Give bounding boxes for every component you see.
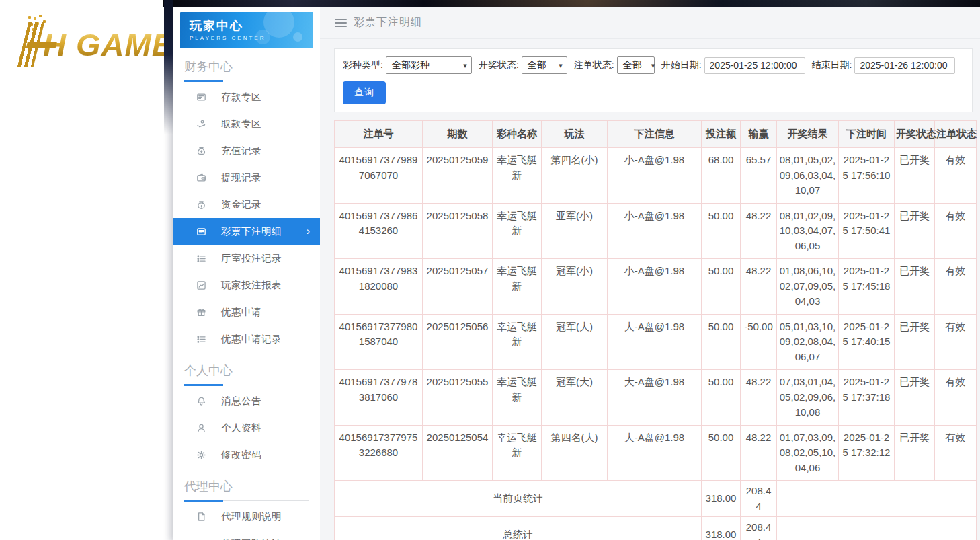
table-cell: 01,07,03,09,08,02,05,10,04,06 <box>777 425 839 481</box>
column-header: 玩法 <box>542 121 608 148</box>
page-title: 彩票下注明细 <box>354 15 422 30</box>
sidebar-item-funds-records[interactable]: 资金记录 <box>173 191 320 218</box>
sidebar-section-label: 代理中心 <box>173 468 320 494</box>
table-cell: 冠军(大) <box>542 370 608 426</box>
table-cell: 08,01,05,02,09,06,03,04,10,07 <box>777 148 839 204</box>
table-cell: 08,01,02,09,10,03,04,07,06,05 <box>777 203 839 259</box>
sidebar-section: 代理中心代理规则说明代理团队统计 <box>173 468 320 540</box>
sidebar-item-player-bet-report[interactable]: 玩家投注报表 <box>173 272 320 299</box>
table-cell: 幸运飞艇新 <box>493 148 542 204</box>
end-date-label: 结束日期: <box>812 59 852 71</box>
sidebar-item-lottery-bet-details[interactable]: 彩票下注明细› <box>173 218 320 245</box>
summary-label: 当前页统计 <box>335 481 702 517</box>
sidebar-item-label: 彩票下注明细 <box>221 225 282 238</box>
table-cell: 401569173779897067070 <box>335 148 423 204</box>
table-cell: 幸运飞艇新 <box>493 259 542 315</box>
deposit-card-icon <box>196 92 207 102</box>
sidebar-item-recharge-records[interactable]: 充值记录 <box>173 137 320 164</box>
sidebar-item-promo-apply[interactable]: 优惠申请 <box>173 299 320 325</box>
table-cell: 小-A盘@1.98 <box>608 259 702 315</box>
sidebar-item-change-password[interactable]: 修改密码 <box>173 441 320 468</box>
query-button[interactable]: 查询 <box>343 81 386 104</box>
draw-status-select[interactable]: 全部 ▾ <box>522 56 567 74</box>
column-header: 注单号 <box>335 121 423 148</box>
sidebar-item-profile[interactable]: 个人资料 <box>173 414 320 441</box>
table-cell: 401569173779783817060 <box>335 370 423 426</box>
table-row: 40156917377975322668020250125054幸运飞艇新第四名… <box>335 425 977 481</box>
end-date-input[interactable] <box>854 57 955 74</box>
sidebar-item-label: 取款专区 <box>221 118 261 130</box>
sidebar-item-notice[interactable]: 消息公告 <box>173 387 320 414</box>
lottery-type-select[interactable]: 全部彩种 ▾ <box>386 56 472 74</box>
table-cell: 2025-01-25 17:40:15 <box>839 314 895 370</box>
table-cell: 大-A盘@1.98 <box>608 314 702 370</box>
sidebar-item-agent-rules[interactable]: 代理规则说明 <box>173 503 320 530</box>
sidebar-item-promo-apply-records[interactable]: 优惠申请记录 <box>173 325 320 352</box>
sidebar-item-withdraw-zone[interactable]: 取款专区 <box>173 110 320 137</box>
gift-icon <box>196 307 207 317</box>
column-header: 彩种名称 <box>493 121 542 148</box>
withdraw-hand-icon <box>196 119 207 129</box>
document-icon <box>196 512 207 522</box>
sidebar-item-label: 存款专区 <box>221 91 261 104</box>
lottery-type-label: 彩种类型: <box>343 59 383 71</box>
table-cell: 65.57 <box>741 148 777 204</box>
chevron-down-icon: ▾ <box>559 61 563 70</box>
summary-winloss-total: 208.44 <box>741 517 777 540</box>
sidebar-item-label: 代理团队统计 <box>221 537 282 540</box>
table-cell: 20250125057 <box>423 259 493 315</box>
table-cell: 已开奖 <box>895 203 935 259</box>
banner-left-edge <box>164 0 173 134</box>
table-cell: 大-A盘@1.98 <box>608 370 702 426</box>
sidebar-nav: 财务中心存款专区取款专区充值记录提现记录资金记录彩票下注明细›厅室投注记录玩家投… <box>173 48 320 540</box>
table-cell: 第四名(大) <box>542 425 608 481</box>
sidebar-item-hall-bet-records[interactable]: 厅室投注记录 <box>173 245 320 272</box>
sidebar-item-agent-team-stats[interactable]: 代理团队统计 <box>173 530 320 540</box>
wallet-icon <box>196 173 207 183</box>
menu-icon[interactable] <box>335 19 347 27</box>
table-header-row: 注单号期数彩种名称玩法下注信息投注额输赢开奖结果下注时间开奖状态注单状态 <box>335 121 977 148</box>
table-cell: 20250125054 <box>423 425 493 481</box>
summary-empty-cell <box>777 481 977 517</box>
table-row: 40156917377978381706020250125055幸运飞艇新冠军(… <box>335 370 977 426</box>
sidebar-section: 财务中心存款专区取款专区充值记录提现记录资金记录彩票下注明细›厅室投注记录玩家投… <box>173 48 320 352</box>
table-cell: 幸运飞艇新 <box>493 203 542 259</box>
table-cell: 有效 <box>935 314 977 370</box>
table-cell: -50.00 <box>741 314 777 370</box>
sidebar-item-label: 充值记录 <box>221 145 261 157</box>
table-cell: 小-A盘@1.98 <box>608 148 702 204</box>
main-content: 彩票下注明细 彩种类型: 全部彩种 ▾ 开奖状态: 全部 ▾ 注单状态: 全部 … <box>320 7 980 540</box>
table-cell: 已开奖 <box>895 425 935 481</box>
table-cell: 20250125058 <box>423 203 493 259</box>
purse-icon <box>196 200 207 210</box>
list-icon <box>196 254 207 264</box>
table-cell: 冠军(小) <box>542 259 608 315</box>
filter-panel: 彩种类型: 全部彩种 ▾ 开奖状态: 全部 ▾ 注单状态: 全部 ▾ 开始日期:… <box>334 48 973 112</box>
lottery-type-value: 全部彩种 <box>392 59 430 71</box>
logo-sparkle-dots <box>28 16 31 19</box>
section-underline <box>184 385 309 385</box>
table-cell: 已开奖 <box>895 259 935 315</box>
table-cell: 幸运飞艇新 <box>493 314 542 370</box>
section-underline <box>184 500 309 501</box>
summary-label: 总统计 <box>335 517 702 540</box>
page-summary-row: 当前页统计318.00208.44 <box>335 481 977 517</box>
column-header: 注单状态 <box>935 121 977 148</box>
table-cell: 有效 <box>935 425 977 481</box>
column-header: 开奖结果 <box>777 121 839 148</box>
order-status-select[interactable]: 全部 ▾ <box>617 56 655 74</box>
gamepad-watermark <box>293 32 302 42</box>
table-cell: 亚军(小) <box>542 203 608 259</box>
chevron-down-icon: ▾ <box>651 61 655 70</box>
sidebar-item-label: 消息公告 <box>221 395 261 408</box>
column-header: 下注时间 <box>839 121 895 148</box>
bell-icon <box>196 396 207 406</box>
sidebar-item-withdrawal-records[interactable]: 提现记录 <box>173 164 320 191</box>
start-date-input[interactable] <box>704 57 805 74</box>
column-header: 期数 <box>423 121 493 148</box>
table-cell: 50.00 <box>702 425 741 481</box>
table-cell: 48.22 <box>741 259 777 315</box>
sidebar-item-deposit-zone[interactable]: 存款专区 <box>173 83 320 110</box>
table-cell: 2025-01-25 17:50:41 <box>839 203 895 259</box>
table-cell: 已开奖 <box>895 370 935 426</box>
